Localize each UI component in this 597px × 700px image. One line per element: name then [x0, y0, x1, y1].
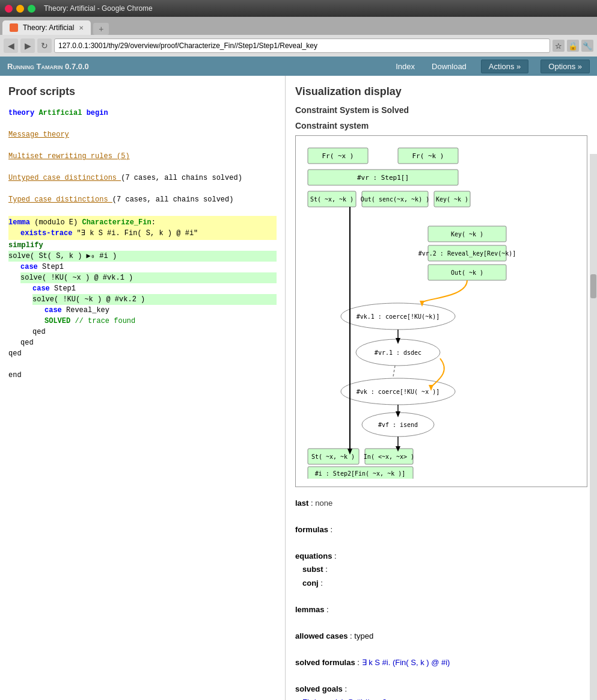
url-input[interactable] [54, 38, 550, 53]
svg-text:#i : Step2[Fin( ~x, ~k )]: #i : Step2[Fin( ~x, ~k )] [315, 470, 406, 477]
svg-text:#vk : coerce[!KU( ~x )]: #vk : coerce[!KU( ~x )] [357, 388, 439, 395]
app-header: Running Tamarin 0.7.0.0 Index Download A… [0, 57, 597, 76]
svg-text:Key( ~k ): Key( ~k ) [451, 231, 483, 238]
lemmas-label: lemmas [295, 605, 324, 614]
case1-text: Step1 [38, 263, 64, 271]
lemma-name: Characterize_Fin [82, 218, 151, 227]
lemma-parens: (modulo E) [34, 218, 82, 227]
lemma-block: lemma (modulo E) Characterize_Fin: exist… [8, 216, 277, 240]
case2-keyword: case [32, 284, 50, 293]
tab-favicon [10, 23, 18, 32]
svg-text:Fr( ~k ): Fr( ~k ) [412, 152, 444, 160]
window-title: Theory: Artificial - Google Chrome [44, 4, 153, 13]
tab-label: Theory: Artificial [23, 23, 74, 32]
formulas-colon: : [331, 525, 333, 534]
solved-text: SOLVED [44, 317, 70, 325]
simplify-text: simplify [8, 241, 43, 250]
window-titlebar: Theory: Artificial - Google Chrome [0, 0, 597, 17]
forward-button[interactable]: ▶ [20, 38, 35, 53]
sf-colon: : [357, 658, 361, 667]
case2-line: case Step1 [32, 283, 277, 294]
case1-line: case Step1 [20, 262, 277, 272]
equations-line: equations : [295, 550, 587, 563]
svg-text:#vr.1 : dsdec: #vr.1 : dsdec [375, 349, 421, 356]
last-line: last : none [295, 497, 587, 510]
svg-text:#vr.2 : Reveal_key[Rev(~k)]: #vr.2 : Reveal_key[Rev(~k)] [418, 250, 516, 257]
typed-text[interactable]: Typed case distinctions [8, 195, 112, 204]
qed2-text: qed [20, 339, 34, 347]
simplify-line: simplify [8, 240, 277, 251]
left-panel-title: Proof scripts [8, 85, 277, 98]
svg-text:In( <~x, ~x> ): In( <~x, ~x> ) [364, 453, 414, 460]
exists-keyword: exists-trace [20, 229, 72, 238]
multiset-text[interactable]: Multiset rewriting rules (5) [8, 152, 130, 161]
svg-text:#vr : Step1[]: #vr : Step1[] [357, 174, 409, 182]
minimize-button[interactable] [16, 5, 24, 13]
typed-link[interactable]: Typed case distinctions (7 cases, all ch… [8, 194, 277, 205]
subst-line: subst : [302, 563, 587, 576]
download-link[interactable]: Download [429, 62, 469, 71]
equations-label: equations [295, 551, 332, 560]
right-panel: Visualization display Constraint System … [286, 76, 597, 700]
case3-keyword: case [44, 306, 62, 315]
svg-text:Out( ~k ): Out( ~k ) [451, 269, 483, 276]
solved-formulas-label: solved formulas [295, 658, 355, 667]
sg-colon: : [344, 684, 347, 693]
theory-name: Artificial [38, 109, 86, 117]
untyped-link[interactable]: Untyped case distinctions (7 cases, all … [8, 173, 277, 183]
active-tab[interactable]: Theory: Artificial ✕ [2, 20, 91, 35]
message-theory-link[interactable]: Message theory [8, 129, 277, 140]
tab-bar: Theory: Artificial ✕ + [0, 17, 597, 35]
reload-button[interactable]: ↻ [37, 38, 52, 53]
security-icon[interactable]: 🔒 [567, 40, 579, 52]
graph-container: Fr( ~x ) Fr( ~k ) #vr : Step1[] St( ~x, … [295, 135, 587, 487]
index-link[interactable]: Index [393, 62, 417, 71]
theory-keyword: theory [8, 109, 34, 117]
equations-colon: : [334, 551, 337, 560]
maximize-button[interactable] [28, 5, 35, 13]
solved-goals-label: solved goals [295, 684, 343, 693]
code-block: theory Artificial begin Message theory M… [8, 108, 277, 381]
left-panel: Proof scripts theory Artificial begin Me… [0, 76, 286, 700]
scrollbar[interactable] [590, 154, 597, 700]
constraint-system-label: Constraint system [295, 121, 587, 130]
actions-button[interactable]: Actions » [481, 60, 528, 73]
comment-text: // trace found [70, 317, 135, 325]
svg-text:Key( ~k ): Key( ~k ) [436, 196, 468, 203]
lemmas-line: lemmas : [295, 603, 587, 616]
main-container: Proof scripts theory Artificial begin Me… [0, 76, 597, 700]
untyped-text[interactable]: Untyped case distinctions [8, 174, 121, 182]
bookmark-icon[interactable]: ☆ [553, 40, 565, 52]
end-line: end [8, 370, 277, 381]
options-button[interactable]: Options » [540, 60, 590, 73]
svg-text:Out( senc(~x, ~k) ): Out( senc(~x, ~k) ) [361, 196, 429, 203]
multiset-link[interactable]: Multiset rewriting rules (5) [8, 151, 277, 162]
close-button[interactable] [5, 5, 13, 13]
svg-text:St( ~x, ~k ): St( ~x, ~k ) [310, 196, 354, 203]
new-tab-button[interactable]: + [93, 23, 109, 35]
tamarin-label: Tamarin [37, 62, 63, 71]
conj-colon: : [320, 579, 323, 588]
tools-icon[interactable]: 🔧 [581, 40, 593, 52]
lemmas-colon: : [326, 605, 329, 614]
back-button[interactable]: ◀ [4, 38, 18, 53]
svg-text:#vf : isend: #vf : isend [378, 422, 418, 428]
allowed-cases-line: allowed cases : typed [295, 630, 587, 643]
running-text: Running Tamarin 0.7.0.0 [7, 62, 89, 71]
version-label: 0.7.0.0 [65, 62, 89, 71]
case2-text: Step1 [50, 284, 76, 293]
exists-line: exists-trace "∃ k S #i. Fin( S, k ) @ #i… [20, 228, 277, 239]
subst-label: subst [302, 565, 323, 574]
subst-colon: : [325, 565, 328, 574]
solved-line: SOLVED // trace found [44, 316, 277, 327]
solved-formulas-value: ∃ k S #i. (Fin( S, k ) @ #i) [362, 658, 450, 667]
qed3-text: qed [8, 349, 22, 358]
tab-close-button[interactable]: ✕ [79, 25, 84, 31]
allowed-cases-label: allowed cases [295, 631, 347, 640]
typed-count: (7 cases, all chains solved) [112, 195, 234, 204]
case3-line: case Reveal_key [44, 305, 277, 316]
end-text: end [8, 371, 22, 379]
message-theory-text[interactable]: Message theory [8, 130, 69, 139]
scrollbar-thumb[interactable] [590, 274, 596, 298]
case3-text: Reveal_key [62, 306, 109, 315]
